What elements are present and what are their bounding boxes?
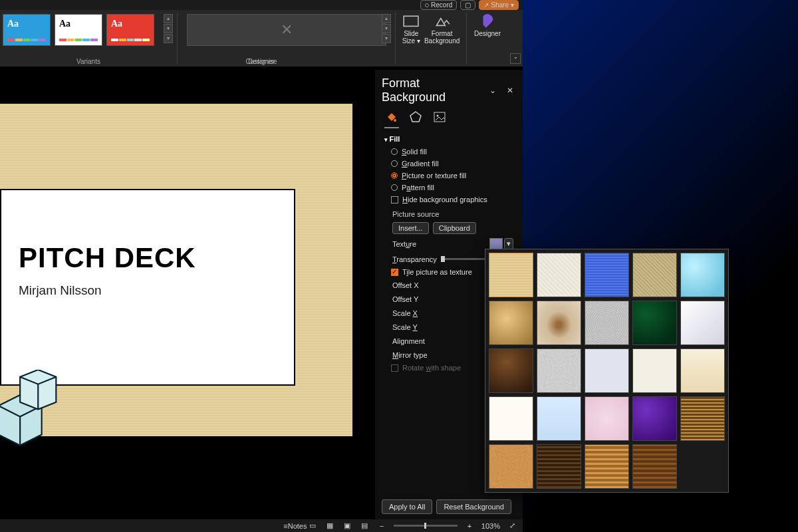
texture-woven-mat[interactable] [632,253,677,297]
blank-theme-thumb[interactable]: ✕ [187,14,386,46]
variants-down-icon[interactable]: ▾ [164,24,173,33]
texture-green-marble[interactable] [632,301,677,345]
variant-thumb[interactable]: Aa [3,14,51,46]
texture-cork[interactable] [489,444,533,489]
texture-flyout [485,249,729,493]
zoom-out-icon[interactable]: − [376,521,387,531]
format-bg-icon [434,14,451,29]
effects-tab-icon[interactable] [408,110,423,124]
texture-denim[interactable] [585,253,629,297]
pattern-fill-radio[interactable]: Pattern fill [384,182,513,194]
slide-canvas[interactable]: PITCH DECK Mirjam Nilsson [0,104,352,436]
picture-tab-icon[interactable] [432,110,447,124]
designer-group: Designer Designer [467,10,508,66]
slideshow-icon[interactable]: ▤ [359,521,370,531]
gradient-fill-radio[interactable]: Gradient fill [384,158,513,170]
slide-size-button[interactable]: SlideSize ▾ [401,13,422,46]
texture-blue-tissue[interactable] [537,396,581,441]
texture-stationery[interactable] [680,348,725,393]
texture-white-marble[interactable] [680,301,725,345]
svg-point-4 [437,115,439,117]
designer-icon [479,14,496,29]
slide-title[interactable]: PITCH DECK [19,242,277,274]
transparency-label: Transparency [392,255,437,263]
texture-papyrus[interactable] [489,253,533,297]
texture-oak[interactable] [585,444,629,489]
reset-bg-button[interactable]: Reset Background [436,499,511,514]
texture-granite[interactable] [585,301,629,345]
texture-pink-tissue[interactable] [585,396,629,441]
texture-parchment[interactable] [632,348,677,393]
texture-paper-bag[interactable] [489,301,533,345]
zoom-slider[interactable] [394,525,458,527]
reading-view-icon[interactable]: ▣ [342,521,352,531]
fill-section-header[interactable]: Fill [384,132,513,146]
variant-thumb[interactable]: Aa [106,14,154,46]
title-card: PITCH DECK Mirjam Nilsson [0,189,295,386]
picture-source-label: Picture source [384,208,513,220]
insert-button[interactable]: Insert... [392,222,429,234]
comments-button[interactable]: ▢ [460,0,475,10]
fill-tab-icon[interactable] [384,110,399,124]
texture-recycled[interactable] [585,348,629,393]
share-button[interactable]: ↗ Share ▾ [479,0,519,10]
texture-newsprint[interactable] [537,348,581,393]
ribbon: Aa Aa Aa ▴▾▾ Variants ✕ ▴▾▾ SlideSize ▾ … [0,10,523,66]
pane-close-icon[interactable]: ✕ [504,84,516,96]
pane-options-icon[interactable]: ⌄ [487,84,499,96]
clipboard-button[interactable]: Clipboard [433,222,476,234]
fit-to-window-icon[interactable]: ⤢ [507,521,517,531]
svg-rect-0 [404,16,418,26]
variants-up-icon[interactable]: ▴ [164,14,173,23]
texture-purple-mesh[interactable] [632,396,677,441]
solid-fill-radio[interactable]: Solid fill [384,146,513,158]
svg-point-1 [394,119,396,122]
pane-title: Format Background [382,76,481,104]
designer-button[interactable]: Designer [473,13,502,39]
texture-sand[interactable] [489,396,533,441]
texture-fish-fossil[interactable] [537,301,581,345]
svg-marker-2 [410,112,421,122]
format-background-button[interactable]: FormatBackground [423,13,461,46]
normal-view-icon[interactable]: ▭ [307,521,318,531]
slide-subtitle[interactable]: Mirjam Nilsson [19,283,277,298]
texture-label: Texture [392,240,416,248]
slide-size-icon [402,14,420,29]
picture-fill-radio[interactable]: Picture or texture fill [384,170,513,182]
texture-medium-wood[interactable] [632,444,677,489]
transparency-slider[interactable] [441,258,485,260]
apply-all-button[interactable]: Apply to All [382,499,432,514]
variant-thumb[interactable]: Aa [55,14,102,46]
hide-graphics-check[interactable]: Hide background graphics [384,194,513,205]
notes-button[interactable]: ≡ Notes [290,521,301,531]
texture-water[interactable] [680,253,725,297]
record-button[interactable]: Record [420,0,457,10]
texture-canvas[interactable] [537,253,581,297]
cube-graphic [0,370,64,456]
status-bar: ≡ Notes ▭ ▦ ▣ ▤ − + 103% ⤢ [0,519,523,532]
variants-more-icon[interactable]: ▾ [164,34,173,43]
zoom-in-icon[interactable]: + [464,521,475,531]
sorter-view-icon[interactable]: ▦ [325,521,335,531]
texture-walnut[interactable] [537,444,581,489]
zoom-level[interactable]: 103% [481,522,500,530]
texture-brown-marble[interactable] [489,348,533,393]
texture-bouquet[interactable] [680,396,725,441]
